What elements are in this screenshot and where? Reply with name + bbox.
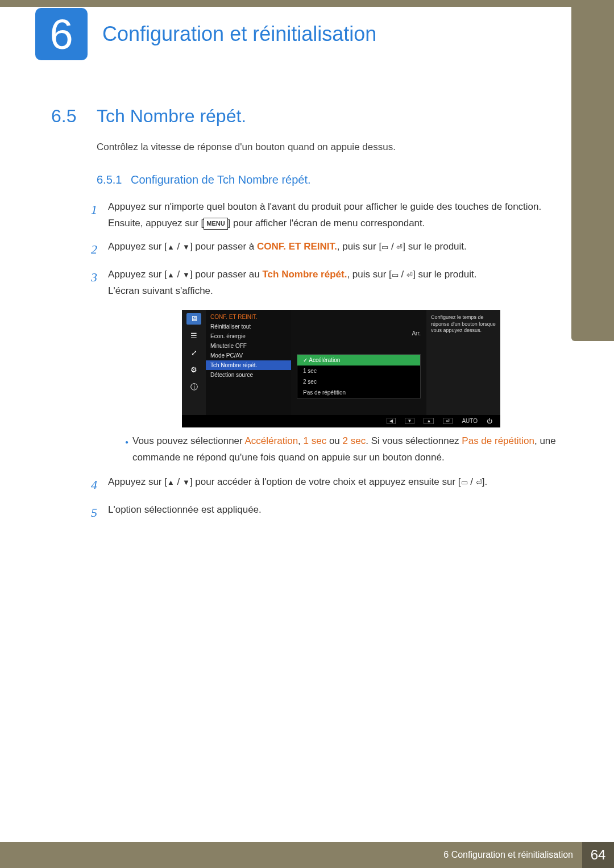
step-text: Appuyez sur [ <box>108 476 167 487</box>
subsection-title: Configuration de Tch Nombre répét. <box>131 173 310 186</box>
step-text: ] sur le produit. <box>413 269 476 280</box>
step-4: 4 Appuyez sur [▲ / ▼] pour accéder à l'o… <box>91 474 569 495</box>
osd-footer: ◀ ▼ ▲ ⏎ AUTO ⏻ <box>182 415 500 427</box>
section-heading: 6.5 Tch Nombre répét. <box>51 106 569 127</box>
osd-menu-item: Réinitialiser tout <box>206 322 291 331</box>
top-accent-bar <box>0 0 571 7</box>
left-arrow-icon: ◀ <box>387 418 396 424</box>
note-text: . Si vous sélectionnez <box>366 435 462 446</box>
rect-icon: ▭ <box>461 479 468 486</box>
step-number: 4 <box>91 474 108 495</box>
step-text: Appuyez sur [ <box>108 241 167 252</box>
step-1: 1 Appuyez sur n'importe quel bouton à l'… <box>91 199 569 232</box>
step-2: 2 Appuyez sur [▲ / ▼] pour passer à CONF… <box>91 239 569 260</box>
section-title: Tch Nombre répét. <box>97 106 246 127</box>
osd-option: Pas de répétition <box>297 387 420 398</box>
note-text: ou <box>326 435 342 446</box>
subsection-heading: 6.5.1 Configuration de Tch Nombre répét. <box>97 173 569 186</box>
menu-button-icon: MENU <box>204 218 227 230</box>
osd-menu-item: Minuterie OFF <box>206 341 291 351</box>
note-bullet: ● Vous pouvez sélectionner Accélération,… <box>125 433 569 466</box>
step-number: 2 <box>91 239 108 260</box>
highlight-text: 2 sec <box>343 435 366 446</box>
up-arrow-icon: ▲ <box>167 271 175 279</box>
highlight-text: Tch Nombre répét. <box>262 269 347 280</box>
step-text: , puis sur [ <box>347 269 391 280</box>
step-text: ]. <box>482 476 487 487</box>
page-footer: 6 Configuration et réinitialisation 64 <box>0 842 614 868</box>
step-list: 1 Appuyez sur n'importe quel bouton à l'… <box>91 199 569 300</box>
highlight-text: 1 sec <box>304 435 327 446</box>
gear-icon: ⚙ <box>186 364 201 376</box>
step-text: ] pour accéder à l'option de votre choix… <box>190 476 461 487</box>
bullet-dot-icon: ● <box>125 433 132 466</box>
chapter-title: Configuration et réinitialisation <box>102 22 376 46</box>
chapter-number-badge: 6 <box>35 8 88 60</box>
step-text: , puis sur [ <box>337 241 381 252</box>
osd-center-panel: Arr. Accélération 1 sec 2 sec Pas de rép… <box>291 310 426 415</box>
up-arrow-icon: ▲ <box>167 479 175 486</box>
osd-auto-label: AUTO <box>462 418 478 424</box>
step-text: ] pour passer au <box>190 269 263 280</box>
down-arrow-icon: ▼ <box>182 479 190 486</box>
note-text: , <box>298 435 303 446</box>
step-number: 5 <box>91 502 108 523</box>
osd-menu-header: CONF. ET REINIT. <box>206 312 291 322</box>
power-icon: ⏻ <box>487 418 492 424</box>
osd-menu-item: Mode PC/AV <box>206 351 291 360</box>
chapter-header: 6 Configuration et réinitialisation <box>0 0 614 60</box>
osd-menu-item: Econ. énergie <box>206 331 291 341</box>
step-number: 1 <box>91 199 108 232</box>
step-text: Appuyez sur [ <box>108 269 167 280</box>
section-intro: Contrôlez la vitesse de réponse d'un bou… <box>97 142 569 153</box>
osd-help-text: Configurez le temps de réponse d'un bout… <box>426 310 500 415</box>
osd-value: Arr. <box>412 330 421 337</box>
highlight-text: Accélération <box>245 435 298 446</box>
highlight-text: Pas de répétition <box>462 435 534 446</box>
step-3: 3 Appuyez sur [▲ / ▼] pour passer au Tch… <box>91 267 569 300</box>
osd-menu-list: CONF. ET REINIT. Réinitialiser tout Econ… <box>206 310 291 415</box>
down-arrow-icon: ▼ <box>182 243 190 251</box>
step-text: ] pour afficher l'écran de menu correspo… <box>228 218 425 229</box>
list-icon: ☰ <box>186 330 201 342</box>
osd-screenshot: 🖥 ☰ ⤢ ⚙ ⓘ CONF. ET REINIT. Réinitialiser… <box>182 310 569 427</box>
rect-icon: ▭ <box>381 243 388 251</box>
section-number: 6.5 <box>51 106 97 127</box>
step-text: ] pour passer à <box>190 241 257 252</box>
enter-icon: ⏎ <box>396 243 403 251</box>
down-arrow-icon: ▼ <box>182 271 190 279</box>
step-number: 3 <box>91 267 108 300</box>
enter-icon: ⏎ <box>406 271 413 279</box>
osd-submenu: Accélération 1 sec 2 sec Pas de répétiti… <box>297 354 421 398</box>
side-tab <box>571 0 614 341</box>
step-text: L'option sélectionnée est appliquée. <box>108 502 569 523</box>
step-text: L'écran suivant s'affiche. <box>108 285 213 296</box>
note-text: Vous pouvez sélectionner <box>132 435 245 446</box>
highlight-text: CONF. ET REINIT. <box>257 241 337 252</box>
osd-option: 1 sec <box>297 366 420 376</box>
osd-menu-item: Détection source <box>206 370 291 380</box>
step-5: 5 L'option sélectionnée est appliquée. <box>91 502 569 523</box>
down-arrow-icon: ▼ <box>405 418 415 424</box>
page-content: 6.5 Tch Nombre répét. Contrôlez la vites… <box>0 60 614 524</box>
enter-icon: ⏎ <box>443 418 453 424</box>
info-icon: ⓘ <box>186 381 201 393</box>
osd-option: 2 sec <box>297 376 420 387</box>
step-text: ] sur le produit. <box>403 241 466 252</box>
up-arrow-icon: ▲ <box>424 418 434 424</box>
enter-icon: ⏎ <box>476 479 482 486</box>
footer-chapter-label: 6 Configuration et réinitialisation <box>0 842 582 868</box>
monitor-icon: 🖥 <box>186 313 201 325</box>
osd-menu-item-selected: Tch Nombre répét. <box>206 360 291 370</box>
page-number: 64 <box>582 842 614 868</box>
step-list-cont: 4 Appuyez sur [▲ / ▼] pour accéder à l'o… <box>91 474 569 524</box>
osd-option-selected: Accélération <box>297 355 420 366</box>
up-arrow-icon: ▲ <box>167 243 175 251</box>
resize-icon: ⤢ <box>186 347 201 359</box>
subsection-number: 6.5.1 <box>97 173 122 186</box>
rect-icon: ▭ <box>392 271 399 279</box>
osd-sidebar: 🖥 ☰ ⤢ ⚙ ⓘ <box>182 310 206 415</box>
